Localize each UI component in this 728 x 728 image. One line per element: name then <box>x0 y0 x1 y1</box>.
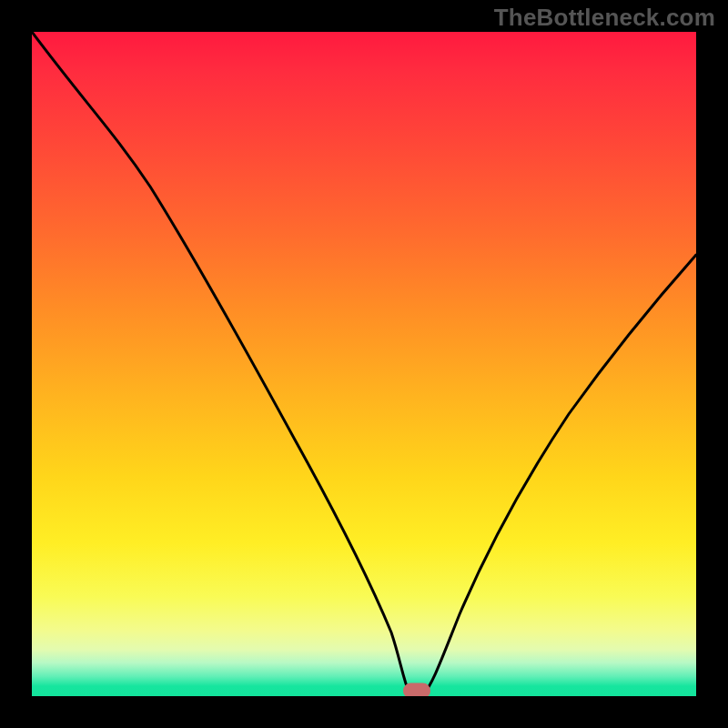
chart-frame: TheBottleneck.com <box>0 0 728 728</box>
watermark-text: TheBottleneck.com <box>494 4 715 32</box>
plot-area <box>32 32 696 696</box>
bottleneck-curve-svg <box>32 32 696 696</box>
optimal-point-marker <box>403 683 430 696</box>
bottleneck-curve-path <box>32 32 696 694</box>
